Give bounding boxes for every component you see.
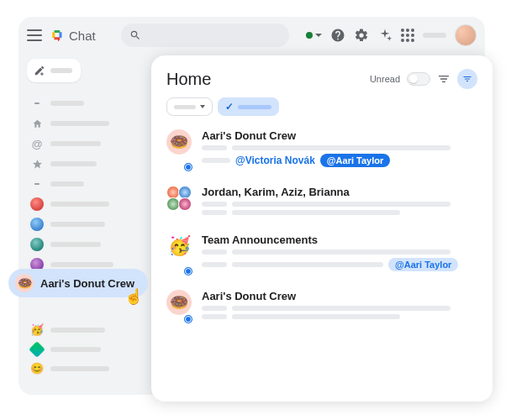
placeholder (174, 105, 196, 109)
sidebar-item[interactable] (27, 341, 145, 358)
conversation-avatar: 🍩 (166, 129, 192, 171)
contact-avatar: 🥳 (30, 323, 44, 337)
contact-avatar (30, 197, 44, 211)
donut-avatar: 🍩 (15, 274, 34, 292)
contact-avatar (30, 218, 44, 231)
app-name: Chat (69, 29, 96, 43)
settings-icon[interactable] (354, 28, 369, 43)
placeholder (50, 121, 109, 126)
placeholder (202, 262, 227, 267)
unread-toggle[interactable] (407, 72, 430, 86)
group-avatar (166, 186, 192, 211)
placeholder (50, 222, 105, 227)
placeholder (238, 105, 271, 109)
status-selector[interactable] (306, 32, 322, 39)
space-badge-icon (182, 161, 194, 173)
spark-icon[interactable] (377, 28, 392, 43)
placeholder (423, 33, 446, 38)
conversation-title: Aari's Donut Crew (202, 290, 477, 302)
conversation-avatar: 🥳 (166, 234, 192, 275)
apps-icon[interactable] (401, 29, 414, 42)
message-preview (202, 306, 477, 311)
message-preview (202, 202, 477, 207)
sidebar-section (27, 94, 145, 113)
placeholder (50, 181, 84, 186)
placeholder (50, 68, 72, 73)
menu-button[interactable] (27, 29, 42, 41)
conversation-avatar (166, 186, 192, 218)
placeholder (232, 202, 450, 207)
filter-icon (462, 74, 472, 84)
sidebar-item[interactable] (27, 215, 145, 234)
sidebar-hover-chip[interactable]: 🍩 Aari's Donut Crew ☝ (8, 269, 148, 297)
placeholder (202, 249, 227, 255)
user-avatar[interactable] (455, 24, 477, 46)
conversation-title: Aari's Donut Crew (202, 129, 477, 142)
placeholder (202, 158, 230, 163)
message-preview (202, 145, 477, 150)
sidebar-item[interactable]: 🥳 (27, 321, 145, 339)
sidebar-item[interactable] (27, 114, 145, 133)
hover-chip-label: Aari's Donut Crew (40, 277, 134, 290)
conversation-body: Aari's Donut Crew (202, 290, 477, 323)
conversation-item[interactable]: 🥳Team Announcements@Aari Taylor (166, 234, 477, 275)
placeholder (50, 328, 105, 333)
check-icon: ✓ (225, 101, 234, 113)
placeholder (50, 262, 113, 267)
placeholder (50, 141, 101, 146)
placeholder (202, 306, 227, 311)
search-input[interactable] (121, 24, 289, 47)
search-icon (129, 29, 141, 41)
placeholder (50, 161, 97, 166)
filter-chip-dropdown[interactable] (166, 97, 213, 116)
dash-icon (34, 183, 40, 185)
conversation-title: Jordan, Karim, Aziz, Brianna (202, 186, 477, 198)
topbar: Chat (18, 17, 485, 54)
dash-icon (34, 102, 40, 104)
placeholder (232, 249, 450, 255)
message-preview: @Aari Taylor (202, 258, 477, 271)
chat-logo-icon (50, 28, 66, 43)
chevron-down-icon (200, 105, 205, 108)
placeholder (232, 145, 450, 150)
chevron-down-icon (315, 34, 322, 37)
space-avatar (29, 341, 45, 358)
unread-label: Unread (370, 74, 400, 84)
filter-chips: ✓ (166, 97, 477, 116)
panel-title: Home (166, 70, 211, 89)
sidebar-item[interactable]: 😊 (27, 360, 145, 378)
compose-button[interactable] (27, 59, 81, 82)
conversation-avatar: 🍩 (166, 290, 192, 323)
sidebar-item[interactable]: @ (27, 134, 145, 153)
sidebar: @ (27, 59, 145, 380)
conversation-body: Team Announcements@Aari Taylor (202, 234, 477, 275)
party-icon: 🥳 (166, 234, 192, 259)
help-icon[interactable] (330, 28, 345, 43)
status-active-icon (306, 32, 313, 39)
sidebar-item[interactable] (27, 155, 145, 173)
contact-avatar (30, 238, 44, 251)
message-preview (202, 249, 477, 255)
sort-icon[interactable] (437, 72, 450, 86)
placeholder (202, 145, 227, 150)
filter-button[interactable] (457, 69, 477, 89)
sidebar-item[interactable] (27, 195, 145, 213)
placeholder (50, 347, 101, 352)
sidebar-item[interactable] (27, 235, 145, 254)
mention[interactable]: @Aari Taylor (320, 154, 390, 167)
home-icon (32, 118, 43, 129)
star-icon (32, 159, 43, 170)
placeholder (232, 314, 400, 319)
conversation-body: Jordan, Karim, Aziz, Brianna (202, 186, 477, 218)
placeholder (202, 314, 227, 319)
home-panel: Home Unread ✓ 🍩Aari's Donut Crew@Victori… (151, 55, 493, 402)
conversation-item[interactable]: Jordan, Karim, Aziz, Brianna (166, 186, 477, 218)
filter-chip-active[interactable]: ✓ (218, 97, 279, 116)
conversation-item[interactable]: 🍩Aari's Donut Crew (166, 290, 477, 323)
cursor-icon: ☝ (124, 287, 143, 306)
placeholder (232, 210, 400, 215)
placeholder (202, 202, 227, 207)
mention[interactable]: @Aari Taylor (388, 258, 458, 271)
conversation-item[interactable]: 🍩Aari's Donut Crew@Victoria Novák@Aari T… (166, 129, 477, 171)
mention[interactable]: @Victoria Novák (235, 155, 315, 166)
